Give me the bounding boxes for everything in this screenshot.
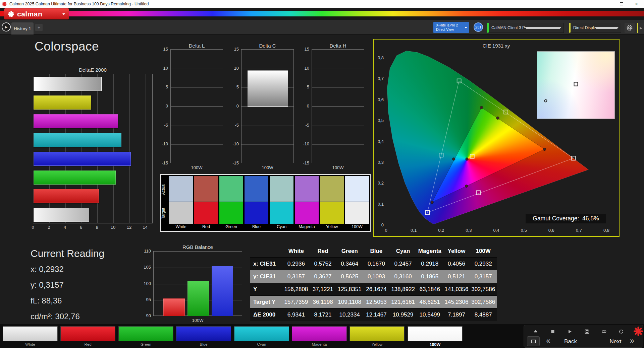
pattern-label: Green — [118, 342, 173, 346]
delta-c-chart-axis-label: 10 — [228, 66, 239, 71]
swatch-row-label: Actual — [161, 178, 166, 201]
cie-axis-label: 0,5 — [374, 118, 384, 123]
delta-h-chart-gridline — [312, 87, 364, 88]
cie-axis-label: 0,8 — [600, 228, 612, 233]
close-button[interactable]: × — [629, 0, 644, 8]
chevron-down-icon — [62, 13, 65, 16]
deltae-axis-label: 4 — [61, 225, 69, 230]
maximize-button[interactable] — [614, 0, 629, 8]
next-button[interactable]: Next — [600, 338, 631, 345]
delta-h-chart-gridline — [312, 107, 364, 107]
cie-chart-panel[interactable]: CIE 1931 xy Gamut Coverage: 46,5% 00,10,… — [373, 39, 620, 237]
app-window: Calman 2025 Calman Ultimate for Business… — [0, 0, 644, 348]
pattern-button-white[interactable]: White — [3, 326, 58, 346]
save-button[interactable] — [583, 327, 591, 336]
tab-history-1[interactable]: History 1 — [11, 22, 34, 34]
pattern-button-magenta[interactable]: Magenta — [292, 326, 347, 346]
deltae-bar-magenta — [34, 114, 118, 128]
pattern-button-yellow[interactable]: Yellow — [350, 326, 405, 346]
results-row: y: CIE310,31570,36270,56250,10930,31600,… — [250, 270, 497, 283]
results-value: 0,2932 — [470, 261, 497, 267]
maximize-icon — [620, 2, 623, 5]
swatch-column-label: Red — [194, 224, 218, 229]
white-point-inset — [537, 51, 615, 119]
results-value: 12,5053 — [363, 299, 390, 305]
results-value: 48,6251 — [416, 299, 443, 305]
delta-h-chart-axis-label: 10 — [298, 66, 309, 71]
swatch-target-white — [169, 202, 193, 224]
minimize-button[interactable] — [599, 0, 614, 8]
pattern-button-red[interactable]: Red — [60, 326, 115, 346]
swatch-actual-cyan — [270, 176, 293, 202]
results-value: 0,1670 — [363, 261, 390, 267]
results-column-header: Magenta — [416, 248, 443, 255]
delta-h-chart: Delta H 151050-5-10-15100W — [298, 42, 369, 173]
current-reading-title: Current Reading — [31, 248, 104, 259]
results-value: 0,3160 — [390, 273, 417, 280]
save-icon — [584, 329, 590, 334]
eject-button[interactable] — [531, 327, 540, 336]
swatch-actual-green — [219, 176, 243, 202]
pattern-button-cyan[interactable]: Cyan — [234, 326, 289, 346]
measured-point-yellow — [496, 117, 499, 119]
delta-c-chart-axis-label: -5 — [228, 123, 239, 128]
results-value: 7,1897 — [443, 311, 470, 318]
pattern-button-green[interactable]: Green — [118, 326, 173, 346]
delta-h-chart-axis-label: 5 — [298, 84, 309, 89]
rgb-chart-axis-label: 110 — [140, 249, 151, 254]
play-button[interactable] — [566, 327, 574, 336]
pattern-button-100w[interactable]: 100W — [408, 326, 463, 347]
pattern-button-blue[interactable]: Blue — [176, 326, 231, 346]
delta-l-chart-gridline — [171, 69, 223, 69]
deltae-bar-blue — [34, 152, 131, 166]
results-column-header: Red — [310, 248, 336, 255]
cie-chart-title: CIE 1931 xy — [386, 43, 606, 49]
measured-point-blue — [431, 201, 433, 204]
results-value: 0,1865 — [416, 273, 443, 280]
back-button[interactable]: Back — [555, 338, 586, 345]
window-toggle-button[interactable] — [527, 336, 540, 346]
delta-l-chart-axis-label: 5 — [157, 84, 168, 89]
results-value: 157,7359 — [283, 299, 310, 305]
delta-c-plot-area — [241, 49, 294, 163]
delta-l-chart-gridline — [171, 107, 223, 107]
swatch-target-yellow — [320, 202, 344, 224]
pattern-label: Cyan — [234, 342, 289, 346]
pattern-generator-dropdown[interactable]: CalMAN Client 3 Pattern Generator — [487, 23, 564, 33]
stop-button[interactable] — [548, 327, 557, 336]
delta-c-chart-axis-label: -10 — [228, 141, 239, 146]
settings-button[interactable] — [625, 23, 635, 33]
delta-h-chart-axis-label: -15 — [298, 160, 309, 165]
swatch-target-100w — [345, 202, 369, 224]
results-column-header: Cyan — [390, 248, 417, 255]
link-icon — [601, 329, 607, 334]
results-row-label: Target Y — [250, 299, 283, 305]
measured-point-green — [480, 106, 483, 109]
side-panel-handle[interactable]: ▶ — [637, 23, 644, 33]
swatch-row-label: Target — [161, 202, 166, 225]
calman-logo-menu[interactable]: calman — [4, 8, 69, 19]
deltae-bar-white — [34, 208, 89, 222]
history-nav-button[interactable]: ▶ — [2, 22, 11, 31]
results-value: 138,8922 — [390, 286, 417, 293]
add-tab-button[interactable]: + — [35, 24, 43, 31]
delta-c-chart-axis-label: 5 — [228, 84, 239, 89]
pattern-swatch — [3, 326, 58, 341]
results-table: WhiteRedGreenBlueCyanMagentaYellow100Wx:… — [250, 245, 497, 321]
close-icon: × — [635, 1, 638, 7]
refresh-icon — [619, 329, 624, 334]
meter-dropdown[interactable]: X-Rite i1Pro 2 Direct View — [433, 22, 469, 33]
back-chevrons-icon: « — [546, 336, 550, 345]
swatch-column-label: Green — [219, 224, 243, 229]
results-value: 0,5625 — [336, 273, 363, 280]
chevron-down-icon — [525, 27, 561, 30]
pattern-swatch — [350, 326, 405, 341]
display-control-dropdown[interactable]: Direct Display Control — [569, 23, 621, 33]
delta-c-chart-gridline — [241, 69, 293, 69]
link-button[interactable] — [600, 327, 608, 336]
meter-name: X-Rite i1Pro 2 — [436, 23, 465, 27]
refresh-button[interactable] — [617, 327, 626, 336]
deltae-plot-area — [33, 74, 153, 223]
delta-c-chart-gridline — [241, 144, 293, 145]
delta-l-plot-area — [170, 49, 223, 163]
